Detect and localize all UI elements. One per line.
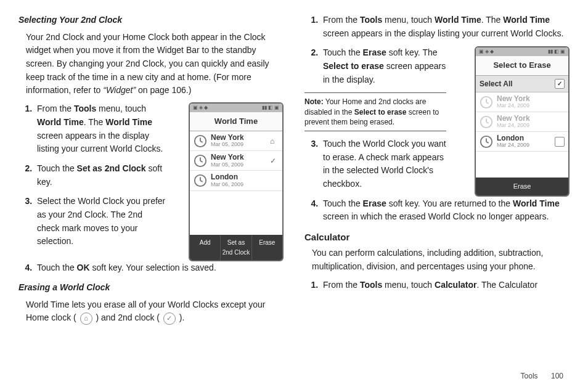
date-label: Mar 05, 2009 bbox=[211, 162, 266, 168]
phone-world-time: ▣ ◈ ◆▮▮ ◧ ▣ World Time New YorkMar 05, 2… bbox=[189, 102, 284, 261]
note-block: Note: Your Home and 2nd clocks are disab… bbox=[304, 92, 446, 131]
phone-body: New YorkMar 05, 2009⌂New YorkMar 05, 200… bbox=[190, 131, 282, 235]
city-label: New York bbox=[211, 153, 266, 161]
svg-line-17 bbox=[486, 142, 489, 143]
heading-calculator: Calculator bbox=[304, 230, 570, 244]
clock-icon bbox=[480, 96, 493, 109]
city-label: London bbox=[211, 173, 266, 181]
calc-step-1: From the Tools menu, touch Calculator. T… bbox=[321, 279, 570, 292]
left-step-4: Touch the OK soft key. Your selection is… bbox=[35, 261, 284, 275]
right-step-1: From the Tools menu, touch World Time. T… bbox=[321, 14, 570, 40]
footer-section: Tools bbox=[521, 372, 538, 380]
phone-status-bar: ▣ ◈ ◆▮▮ ◧ ▣ bbox=[190, 104, 282, 112]
date-label: Mar 05, 2009 bbox=[211, 142, 266, 148]
clock-icon bbox=[480, 115, 493, 129]
home-icon: ⌂ bbox=[80, 312, 92, 325]
world-clock-row: LondonMar 06, 2009 bbox=[190, 171, 282, 190]
page-footer: Tools 100 bbox=[521, 370, 563, 382]
right-step-3: Touch the World Clock you want to erase.… bbox=[321, 137, 446, 191]
intro-text-b: on page 106.) bbox=[136, 85, 191, 95]
heading-erasing: Erasing a World Clock bbox=[18, 281, 284, 295]
phone-title: World Time bbox=[190, 112, 282, 131]
left-step-1: From the Tools menu, touch World Time. T… bbox=[35, 102, 166, 156]
clock-mark-icon: ✓ bbox=[270, 155, 279, 167]
right-step-4: Touch the Erase soft key. You are return… bbox=[321, 197, 570, 224]
heading-selecting-2nd-clock: Selecting Your 2nd Clock bbox=[18, 14, 284, 27]
phone-status-bar: ▣ ◈ ◆▮▮ ◧ ▣ bbox=[476, 47, 568, 56]
footer-page: 100 bbox=[551, 372, 563, 380]
svg-line-5 bbox=[200, 161, 203, 162]
clock-mark-icon: ⌂ bbox=[270, 136, 279, 147]
clock-icon bbox=[194, 174, 207, 187]
calculator-intro: You can perform calculations, including … bbox=[312, 247, 570, 273]
check-icon: ✓ bbox=[163, 312, 176, 325]
left-step-2: Touch the Set as 2nd Clock soft key. bbox=[35, 162, 166, 189]
left-step-3: Select the World Clock you prefer as you… bbox=[35, 195, 166, 248]
world-clock-row: New YorkMar 24, 2009 bbox=[476, 112, 568, 132]
checkbox-icon: ✓ bbox=[555, 79, 565, 89]
date-label: Mar 24, 2009 bbox=[497, 103, 565, 109]
svg-line-11 bbox=[486, 102, 489, 104]
world-clock-row: New YorkMar 05, 2009⌂ bbox=[190, 131, 282, 151]
phone-select-to-erase: ▣ ◈ ◆▮▮ ◧ ▣ Select to Erase Select All ✓… bbox=[475, 46, 570, 197]
select-all-row: Select All ✓ bbox=[476, 76, 568, 93]
clock-icon bbox=[194, 154, 207, 168]
softkey: Erase bbox=[251, 235, 282, 260]
left-column: Selecting Your 2nd Clock Your 2nd Clock … bbox=[18, 14, 284, 330]
intro-ref: “Widget” bbox=[103, 85, 136, 95]
erasing-intro: World Time lets you erase all of your Wo… bbox=[26, 298, 284, 325]
clock-icon bbox=[480, 135, 493, 149]
world-clock-row: New YorkMar 24, 2009 bbox=[476, 92, 568, 112]
date-label: Mar 06, 2009 bbox=[211, 182, 266, 188]
world-clock-row: LondonMar 24, 2009 bbox=[476, 132, 568, 152]
svg-line-8 bbox=[200, 181, 203, 182]
softkey: Set as 2nd Clock bbox=[220, 235, 251, 260]
clock-icon bbox=[194, 134, 207, 148]
phone-softkey-erase: Erase bbox=[476, 178, 568, 195]
phone-body: New YorkMar 24, 2009New YorkMar 24, 2009… bbox=[476, 92, 568, 178]
svg-line-14 bbox=[486, 122, 489, 123]
checkbox-icon bbox=[555, 137, 565, 147]
phone-title: Select to Erase bbox=[476, 56, 568, 75]
date-label: Mar 24, 2009 bbox=[497, 142, 551, 149]
right-column: From the Tools menu, touch World Time. T… bbox=[304, 14, 570, 330]
phone-softbar: AddSet as 2nd ClockErase bbox=[190, 235, 282, 260]
svg-line-2 bbox=[200, 141, 203, 142]
intro-selecting: Your 2nd Clock and your Home Clock both … bbox=[26, 31, 284, 97]
date-label: Mar 24, 2009 bbox=[497, 123, 565, 129]
right-step-2: Touch the Erase soft key. The Select to … bbox=[321, 46, 446, 86]
world-clock-row: New YorkMar 05, 2009✓ bbox=[190, 151, 282, 171]
softkey: Add bbox=[190, 235, 220, 260]
